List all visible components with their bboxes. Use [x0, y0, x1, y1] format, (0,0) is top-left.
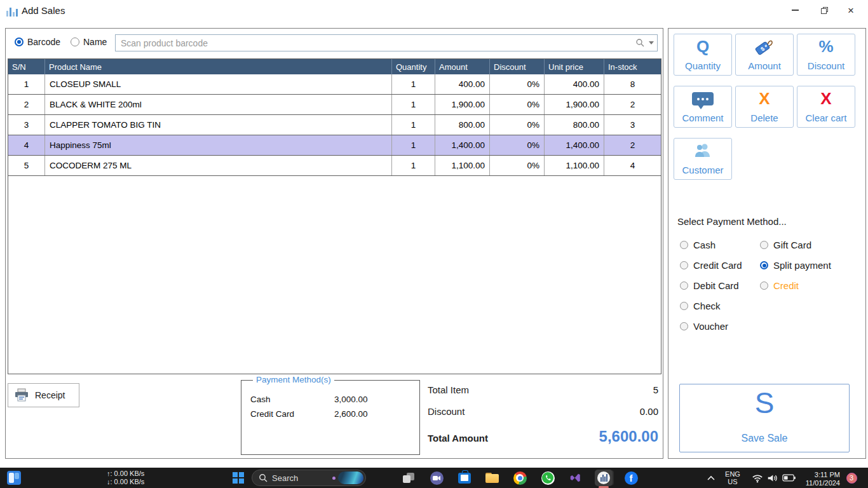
search-highlight-dot	[332, 477, 336, 480]
radio-cash[interactable]: Cash	[680, 240, 715, 250]
pos-app-taskbar-icon[interactable]	[592, 468, 615, 487]
whatsapp-icon[interactable]	[537, 468, 559, 488]
radio-credit-card[interactable]: Credit Card	[680, 260, 742, 271]
clock[interactable]: 3:11 PM 11/01/2024	[799, 468, 840, 488]
file-explorer-icon[interactable]	[481, 468, 503, 488]
cell-product: COCODERM 275 ML	[45, 156, 392, 175]
minimize-button[interactable]	[780, 0, 810, 20]
cell-product: BLACK & WHITE 200ml	[45, 95, 392, 114]
speaker-icon[interactable]	[764, 468, 780, 488]
radio-gift-card[interactable]: Gift Card	[760, 240, 811, 250]
discount-button[interactable]: % Discount	[797, 34, 855, 76]
table-row[interactable]: 5 COCODERM 275 ML 1 1,100.00 0% 1,100.00…	[8, 156, 661, 176]
taskbar-search[interactable]: Search	[252, 470, 366, 486]
radio-debit-card[interactable]: Debit Card	[680, 280, 739, 291]
download-speed: ↓: 0.00 KB/s	[107, 478, 144, 486]
discount-value: 0.00	[640, 406, 658, 417]
visual-studio-icon[interactable]	[564, 468, 586, 488]
close-icon: ×	[848, 5, 854, 16]
cell-unit: 800.00	[545, 115, 604, 135]
chevron-down-icon[interactable]	[649, 41, 654, 44]
wifi-icon[interactable]	[749, 468, 765, 488]
radio-check[interactable]: Check	[680, 301, 721, 311]
table-header-row: S/N Product Name Quantity Amount Discoun…	[8, 59, 661, 74]
cell-discount: 0%	[490, 115, 545, 135]
receipt-label: Receipt	[35, 390, 65, 400]
table-row[interactable]: 1 CLOSEUP SMALL 1 400.00 0% 400.00 8	[8, 74, 661, 95]
payment-entry: Credit Card 2,600.00	[250, 409, 409, 419]
table-row[interactable]: 3 CLAPPER TOMATO BIG TIN 1 800.00 0% 800…	[8, 115, 661, 135]
chrome-icon[interactable]	[509, 468, 531, 488]
cell-amount: 1,100.00	[435, 156, 490, 175]
radio-barcode-dot	[15, 37, 24, 46]
cell-sn: 3	[8, 115, 45, 135]
radio-name-dot	[71, 37, 79, 46]
radio-name-label: Name	[83, 37, 107, 47]
clear-cart-button[interactable]: X Clear cart	[797, 86, 855, 128]
facebook-icon[interactable]: f	[620, 468, 642, 488]
search-label: Search	[272, 473, 332, 483]
app-logo-icon	[6, 6, 18, 17]
minimize-icon	[792, 10, 799, 11]
payment-entry: Cash 3,000.00	[250, 395, 409, 404]
cell-stock: 3	[604, 115, 661, 135]
actions-panel: Q Quantity $ Amount % Discount Comment X…	[668, 28, 866, 459]
quantity-button[interactable]: Q Quantity	[674, 34, 732, 76]
discount-label: Discount	[428, 406, 465, 417]
radio-credit[interactable]: Credit	[760, 280, 799, 291]
cell-product: CLOSEUP SMALL	[45, 74, 392, 94]
radio-name[interactable]: Name	[71, 37, 107, 47]
cell-amount: 400.00	[435, 74, 490, 94]
close-button[interactable]: ×	[836, 0, 865, 20]
quantity-icon: Q	[696, 37, 709, 55]
radio-barcode[interactable]: Barcode	[15, 37, 60, 47]
customer-button[interactable]: Customer	[674, 138, 732, 180]
cell-amount: 1,900.00	[435, 95, 490, 114]
save-sale-button[interactable]: S Save Sale	[679, 384, 850, 452]
price-tag-icon: $	[754, 37, 775, 57]
tray-chevron-icon[interactable]	[703, 468, 719, 488]
cell-amount: 800.00	[435, 115, 490, 135]
battery-icon[interactable]	[781, 468, 797, 488]
task-view-icon[interactable]	[398, 468, 419, 488]
radio-split-payment[interactable]: Split payment	[760, 260, 831, 271]
start-button[interactable]	[229, 468, 248, 488]
receipt-button[interactable]: Receipt	[8, 383, 79, 407]
amount-button[interactable]: $ Amount	[735, 34, 794, 76]
restore-icon	[821, 7, 828, 14]
search-icon	[259, 473, 268, 482]
payment-entry-amount: 2,600.00	[334, 409, 368, 419]
chat-icon[interactable]	[426, 468, 447, 488]
save-s-icon: S	[755, 387, 775, 419]
language-indicator[interactable]: ENG US	[722, 468, 743, 488]
microsoft-store-icon[interactable]	[454, 468, 475, 488]
table-row[interactable]: 2 BLACK & WHITE 200ml 1 1,900.00 0% 1,90…	[8, 95, 661, 115]
cell-sn: 2	[8, 95, 45, 114]
comment-button[interactable]: Comment	[674, 86, 732, 128]
cell-qty: 1	[392, 74, 435, 94]
windows-logo-icon	[233, 472, 244, 484]
widgets-icon[interactable]	[5, 468, 23, 488]
pos-app-icon	[595, 470, 613, 486]
col-header-discount: Discount	[490, 59, 545, 74]
sales-panel: Barcode Name S/N Product Name Quantity A…	[5, 28, 663, 459]
printer-icon	[14, 388, 29, 402]
cell-sn: 4	[8, 135, 45, 155]
barcode-scan-input[interactable]	[115, 34, 658, 51]
delete-button[interactable]: X Delete	[735, 86, 794, 128]
speech-bubble-icon	[692, 92, 714, 105]
radio-voucher[interactable]: Voucher	[680, 321, 728, 332]
cell-discount: 0%	[490, 156, 545, 175]
payment-entry-amount: 3,000.00	[334, 395, 368, 404]
col-header-amount: Amount	[435, 59, 490, 74]
clear-x-icon: X	[820, 90, 831, 107]
table-row-selected[interactable]: 4 Happiness 75ml 1 1,400.00 0% 1,400.00 …	[8, 135, 661, 156]
restore-button[interactable]	[810, 0, 839, 20]
cell-amount: 1,400.00	[435, 135, 490, 155]
total-amount-value: 5,600.00	[599, 428, 658, 445]
col-header-quantity: Quantity	[392, 59, 435, 74]
notification-badge[interactable]: 3	[844, 468, 859, 488]
cell-stock: 4	[604, 156, 661, 175]
percent-icon: %	[818, 37, 833, 55]
cell-qty: 1	[392, 135, 435, 155]
